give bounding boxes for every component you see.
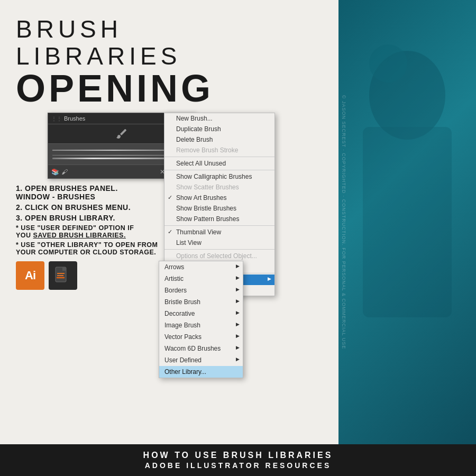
drag-dots-icon: ⋮⋮ [51, 116, 62, 122]
separator-3 [164, 225, 274, 226]
submenu-other-library[interactable]: Other Library... [159, 366, 243, 378]
panel-title-left: ⋮⋮ Brushes [51, 115, 85, 122]
panel-area: ⋮⋮ Brushes 《 ☰ [48, 113, 328, 179]
submenu-vector[interactable]: Vector Packs [159, 331, 243, 343]
panel-title-label: Brushes [64, 115, 85, 122]
submenu-arrows[interactable]: Arrows [159, 261, 243, 273]
separator-1 [164, 157, 274, 157]
submenu-user-defined[interactable]: User Defined [159, 354, 243, 366]
submenu-bristle[interactable]: Bristle Brush [159, 296, 243, 308]
bottom-bar-line1: HOW TO USE BRUSH LIBRARIES [11, 451, 465, 460]
menu-show-bristle[interactable]: Show Bristle Brushes [164, 203, 274, 214]
svg-rect-7 [363, 127, 452, 317]
submenu-wacom[interactable]: Wacom 6D Brushes [159, 343, 243, 354]
library-icon[interactable]: 📚 [51, 168, 59, 176]
submenu-brush-library: Arrows Artistic Borders Bristle Brush De… [159, 261, 243, 378]
separator-4 [164, 249, 274, 250]
title-opening: OPENING [16, 69, 328, 107]
separator-2 [164, 170, 274, 170]
right-area: © JASON SECREST · COPYRIGHTED · CONSTRUC… [338, 0, 476, 444]
menu-select-unused[interactable]: Select All Unused [164, 158, 274, 169]
top-section: BRUSHLIBRARIES OPENING ⋮⋮ Brushes 《 ☰ [0, 0, 476, 444]
underline-saved: SAVED BRUSH LIBRARIES. [33, 232, 126, 239]
bottom-bar: HOW TO USE BRUSH LIBRARIES ADOBE ILLUSTR… [0, 444, 476, 476]
bg-illustration [338, 0, 476, 444]
menu-thumbnail-view[interactable]: Thumbnail View [164, 227, 274, 237]
svg-point-8 [369, 44, 407, 83]
menu-duplicate-brush[interactable]: Duplicate Brush [164, 124, 274, 134]
main-container: BRUSHLIBRARIES OPENING ⋮⋮ Brushes 《 ☰ [0, 0, 476, 476]
watermark: © JASON SECREST · COPYRIGHTED · CONSTRUC… [341, 95, 346, 349]
brushes-icon[interactable]: 🖌 [61, 168, 68, 176]
brush-stroke-1 [52, 150, 175, 151]
brush-tool-icon [115, 127, 128, 140]
menu-show-scatter[interactable]: Show Scatter Brushes [164, 182, 274, 193]
menu-new-brush[interactable]: New Brush... [164, 113, 274, 124]
menu-show-art[interactable]: Show Art Brushes [164, 193, 274, 203]
menu-options-selected: Options of Selected Object... [164, 251, 274, 261]
svg-rect-2 [62, 267, 66, 271]
illustrator-icon: Ai [16, 261, 44, 290]
title-brush-libraries: BRUSHLIBRARIES [16, 16, 328, 69]
brush-file-svg [53, 266, 72, 285]
submenu-borders[interactable]: Borders [159, 285, 243, 296]
menu-show-pattern[interactable]: Show Pattern Brushes [164, 214, 274, 224]
bottom-bar-line2: ADOBE ILLUSTRATOR RESOURCES [11, 461, 465, 470]
submenu-artistic[interactable]: Artistic [159, 273, 243, 285]
menu-show-calligraphic[interactable]: Show Calligraphic Brushes [164, 171, 274, 182]
menu-remove-stroke: Remove Brush Stroke [164, 145, 274, 155]
menu-delete-brush[interactable]: Delete Brush [164, 134, 274, 145]
brush-file-icon [49, 261, 77, 290]
title-area: BRUSHLIBRARIES OPENING [16, 16, 328, 107]
left-area: BRUSHLIBRARIES OPENING ⋮⋮ Brushes 《 ☰ [0, 0, 338, 444]
submenu-decorative[interactable]: Decorative [159, 308, 243, 319]
submenu-image[interactable]: Image Brush [159, 319, 243, 331]
menu-list-view[interactable]: List View [164, 237, 274, 248]
